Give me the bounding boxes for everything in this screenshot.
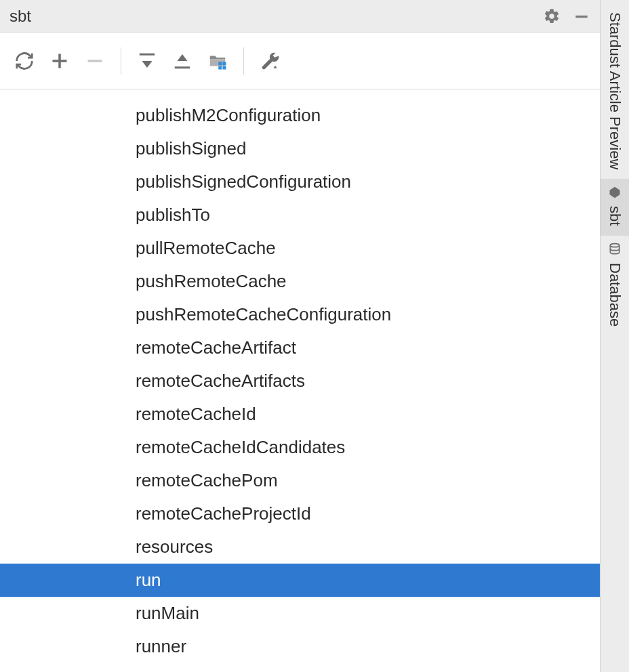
refresh-icon — [14, 51, 35, 71]
task-row[interactable]: pushRemoteCache — [0, 265, 600, 298]
sidebar-tab-label: Stardust Article Preview — [606, 12, 624, 169]
task-row[interactable]: remoteCacheProjectId — [0, 497, 600, 530]
svg-point-11 — [610, 243, 619, 247]
svg-rect-7 — [223, 62, 226, 65]
task-row[interactable]: pullRemoteCache — [0, 232, 600, 265]
task-row[interactable]: remoteCacheId — [0, 398, 600, 431]
task-label: remoteCacheId — [136, 404, 256, 425]
svg-rect-8 — [218, 66, 222, 69]
task-label: pushRemoteCacheConfiguration — [136, 304, 391, 325]
task-label: run — [136, 570, 161, 591]
task-label: runMain — [136, 603, 199, 624]
task-row[interactable]: runMain — [0, 597, 600, 630]
svg-rect-3 — [88, 60, 102, 62]
task-label: remoteCacheArtifacts — [136, 371, 305, 392]
refresh-button[interactable] — [9, 46, 39, 76]
svg-marker-10 — [610, 187, 620, 198]
svg-rect-6 — [218, 62, 222, 65]
svg-rect-2 — [53, 60, 67, 62]
toolbar — [0, 33, 600, 89]
task-label: publishTo — [136, 205, 210, 226]
folder-modules-icon — [207, 51, 228, 71]
svg-rect-4 — [140, 53, 155, 55]
task-row[interactable]: resources — [0, 530, 600, 564]
sidebar-tab-sbt[interactable]: sbt — [601, 179, 629, 235]
sidebar-tab-label: sbt — [606, 206, 624, 226]
minus-icon — [85, 51, 104, 70]
sbt-icon — [608, 186, 622, 199]
task-row[interactable]: remoteCacheArtifact — [0, 331, 600, 364]
svg-rect-5 — [175, 66, 190, 68]
task-label: pushRemoteCache — [136, 271, 287, 292]
wrench-icon — [259, 50, 281, 72]
plus-icon — [50, 51, 69, 70]
task-row[interactable]: remoteCacheIdCandidates — [0, 431, 600, 464]
task-row[interactable]: runner — [0, 630, 600, 663]
task-row[interactable]: run — [0, 564, 600, 597]
task-label: publishM2Configuration — [136, 105, 321, 126]
collapse-all-button[interactable] — [167, 46, 197, 76]
svg-rect-0 — [575, 15, 587, 17]
task-label: runner — [136, 636, 186, 657]
task-label: resources — [136, 537, 213, 558]
panel-titlebar: sbt — [0, 0, 600, 33]
task-row[interactable]: remoteCacheArtifacts — [0, 364, 600, 398]
database-icon — [608, 243, 622, 256]
task-row[interactable]: publishTo — [0, 198, 600, 232]
toolbar-separator — [243, 47, 244, 75]
toolbar-separator — [121, 47, 121, 75]
group-modules-button[interactable] — [203, 46, 232, 76]
panel-title: sbt — [9, 7, 31, 26]
gear-icon — [543, 7, 561, 25]
task-row[interactable]: publishM2Configuration — [0, 99, 600, 132]
task-row[interactable]: publishSigned — [0, 132, 600, 165]
settings-button[interactable] — [543, 7, 561, 25]
build-tools-settings-button[interactable] — [255, 46, 285, 76]
sbt-panel: sbt — [0, 0, 601, 672]
task-row[interactable]: remoteCachePom — [0, 464, 600, 497]
sidebar-tab-label: Database — [606, 263, 624, 327]
task-row[interactable]: pushRemoteCacheConfiguration — [0, 298, 600, 331]
expand-all-button[interactable] — [132, 46, 162, 76]
task-label: remoteCachePom — [136, 470, 278, 491]
add-button[interactable] — [45, 46, 75, 76]
task-label: remoteCacheArtifact — [136, 337, 296, 358]
expand-all-icon — [137, 51, 157, 71]
task-label: remoteCacheProjectId — [136, 503, 311, 524]
minimize-icon — [573, 7, 590, 25]
task-label: publishSigned — [136, 138, 246, 159]
collapse-all-icon — [172, 51, 192, 71]
sidebar-tab-stardust[interactable]: Stardust Article Preview — [601, 5, 629, 179]
task-label: publishSignedConfiguration — [136, 171, 351, 192]
svg-rect-9 — [223, 66, 226, 69]
remove-button[interactable] — [80, 46, 110, 76]
task-label: pullRemoteCache — [136, 238, 276, 259]
sidebar-tab-database[interactable]: Database — [601, 236, 629, 336]
task-label: remoteCacheIdCandidates — [136, 437, 345, 458]
task-list[interactable]: publishM2ConfigurationpublishSignedpubli… — [0, 89, 600, 672]
task-row[interactable]: publishSignedConfiguration — [0, 165, 600, 198]
minimize-button[interactable] — [573, 7, 590, 25]
right-sidebar: Stardust Article Preview sbt Database — [601, 0, 629, 672]
